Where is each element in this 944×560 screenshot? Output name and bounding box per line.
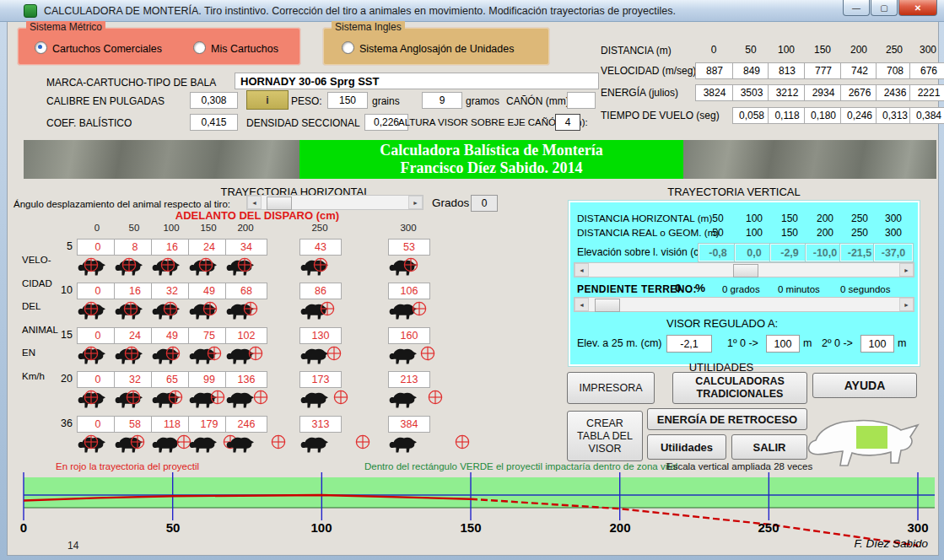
adelanto-value[interactable]: 106 [388,283,430,299]
adelanto-value[interactable]: 24 [188,239,230,256]
radio-icon[interactable] [342,41,354,54]
impresora-button[interactable]: IMPRESORA [567,372,655,404]
adelanto-value[interactable]: 213 [388,371,430,388]
calibre-input[interactable]: 0,308 [190,92,238,109]
adelanto-value[interactable]: 0 [77,327,119,344]
adelanto-value[interactable]: 16 [114,283,156,299]
energia-value[interactable]: 3824 [695,84,734,101]
zero2-input[interactable]: 100 [860,335,894,353]
peso-grains-input[interactable]: 150 [327,92,368,109]
radio-icon[interactable] [193,41,206,54]
salir-button[interactable]: SALIR [731,434,807,460]
velocidad-value[interactable]: 742 [840,62,879,79]
coef-input[interactable]: 0,415 [190,114,238,131]
velocidad-value[interactable]: 849 [732,62,771,79]
adelanto-value[interactable]: 16 [151,239,193,256]
adelanto-value[interactable]: 0 [77,416,119,433]
elevacion-value[interactable]: -2,9 [770,244,809,261]
adelanto-value[interactable]: 173 [299,371,342,388]
scroll-right-arrow[interactable]: ► [408,196,423,209]
canon-input[interactable] [567,92,596,109]
adelanto-value[interactable]: 58 [114,416,156,433]
adelanto-value[interactable]: 32 [151,283,193,299]
scroll-thumb[interactable] [595,299,620,312]
energia-value[interactable]: 2934 [804,84,843,101]
scroll-track[interactable] [589,299,899,310]
adelanto-value[interactable]: 99 [188,371,230,388]
adelanto-value[interactable]: 246 [225,416,267,433]
info-button[interactable]: i [246,90,289,110]
scroll-thumb[interactable] [267,197,292,210]
elevacion-value[interactable]: 0,0 [735,244,774,261]
adelanto-value[interactable]: 43 [299,239,342,256]
radio-mis-cartuchos[interactable]: Mis Cartuchos [193,41,278,55]
zero1-input[interactable]: 100 [766,335,800,353]
minimize-button[interactable]: — [843,0,870,16]
scroll-left-arrow[interactable]: ◄ [574,298,589,311]
adelanto-value[interactable]: 86 [299,283,342,299]
scroll-left-arrow[interactable]: ◄ [247,196,262,209]
velocidad-value[interactable]: 676 [909,62,944,79]
angle-scrollbar[interactable]: ◄► [246,195,423,210]
close-button[interactable]: ✕ [898,0,937,16]
radio-icon[interactable] [35,41,47,54]
velocidad-value[interactable]: 813 [768,62,806,79]
adelanto-value[interactable]: 136 [225,371,267,388]
utilidades-button[interactable]: Utilidades [647,434,726,460]
calculadoras-tradicionales-button[interactable]: CALCULADORAS TRADICIONALES [672,372,807,404]
elev25-input[interactable]: -2,1 [666,335,712,353]
tiempo-value[interactable]: 0,180 [804,107,843,124]
adelanto-value[interactable]: 384 [388,416,430,433]
adelanto-value[interactable]: 34 [225,239,267,256]
scroll-right-arrow[interactable]: ► [899,298,914,311]
tiempo-value[interactable]: 0,384 [909,107,944,124]
scroll-right-arrow[interactable]: ► [899,263,914,277]
adelanto-value[interactable]: 0 [77,371,119,388]
radio-cartuchos-comerciales[interactable]: Cartuchos Comerciales [35,41,162,55]
energia-value[interactable]: 2221 [909,84,944,101]
velocidad-value[interactable]: 887 [695,62,734,79]
energia-value[interactable]: 3503 [732,84,771,101]
energia-value[interactable]: 2676 [840,84,879,101]
adelanto-value[interactable]: 118 [151,416,193,433]
pendiente-scrollbar[interactable]: ◄► [574,297,914,312]
maximize-button[interactable]: ▢ [871,0,898,16]
crear-tabla-visor-button[interactable]: CREAR TABLA DEL VISOR [567,411,643,461]
elevacion-value[interactable]: -0,8 [699,244,737,261]
adelanto-value[interactable]: 49 [151,327,193,344]
energia-value[interactable]: 3212 [768,84,806,101]
adelanto-value[interactable]: 313 [299,416,342,433]
adelanto-value[interactable]: 68 [225,283,267,299]
adelanto-value[interactable]: 8 [114,239,156,256]
tiempo-value[interactable]: 0,058 [732,107,771,124]
ayuda-button[interactable]: AYUDA [812,373,917,398]
adelanto-value[interactable]: 65 [151,371,193,388]
adelanto-value[interactable]: 53 [388,239,430,256]
peso-gramos-input[interactable]: 9 [422,92,462,109]
scroll-track[interactable] [262,197,408,208]
radio-sistema-anglosajon[interactable]: Sistema Anglosajón de Unidades [342,41,514,55]
tiempo-value[interactable]: 0,246 [840,107,879,124]
scroll-track[interactable] [589,264,899,276]
adelanto-value[interactable]: 0 [77,283,119,299]
grados-input[interactable]: 0 [471,195,498,212]
adelanto-value[interactable]: 49 [188,283,230,299]
scroll-thumb[interactable] [733,264,758,277]
marca-input[interactable]: HORNADY 30-06 Sprg SST [235,73,599,89]
altura-visor-input[interactable]: 4 [555,114,580,131]
adelanto-value[interactable]: 75 [188,327,230,344]
adelanto-value[interactable]: 0 [77,239,119,256]
adelanto-value[interactable]: 160 [388,327,430,344]
adelanto-value[interactable]: 179 [188,416,230,433]
elevation-scrollbar[interactable]: ◄► [574,262,914,277]
velocidad-value[interactable]: 777 [804,62,843,79]
adelanto-value[interactable]: 24 [114,327,156,344]
energia-retroceso-button[interactable]: ENERGÍA DE RETROCESO [647,408,807,430]
adelanto-value[interactable]: 102 [225,327,267,344]
tiempo-value[interactable]: 0,118 [768,107,806,124]
adelanto-value[interactable]: 32 [114,371,156,388]
elevacion-value[interactable]: -10,0 [806,244,844,261]
elevacion-value[interactable]: -37,0 [874,244,913,261]
scroll-left-arrow[interactable]: ◄ [574,263,589,277]
adelanto-value[interactable]: 130 [299,327,342,344]
